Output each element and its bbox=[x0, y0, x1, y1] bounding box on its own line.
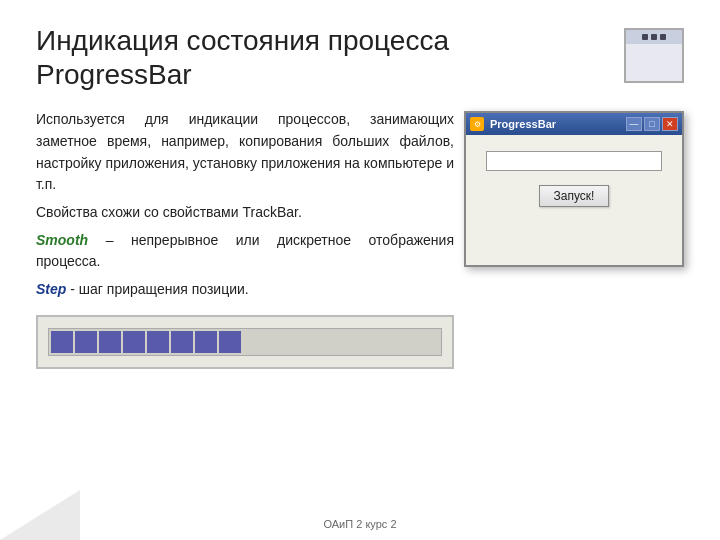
slide-header: Индикация состояния процесса ProgressBar bbox=[36, 24, 684, 91]
title-block: Индикация состояния процесса ProgressBar bbox=[36, 24, 614, 91]
footer: ОАиП 2 курс 2 bbox=[0, 518, 720, 530]
app-close-button[interactable]: ✕ bbox=[662, 117, 678, 131]
title-line2: ProgressBar bbox=[36, 58, 614, 92]
icon-dot-1 bbox=[642, 34, 648, 40]
progress-seg-5 bbox=[147, 331, 169, 353]
smooth-desc: – непрерывное или дискретное отображения… bbox=[36, 232, 454, 270]
app-launch-button[interactable]: Запуск! bbox=[539, 185, 610, 207]
progress-seg-1 bbox=[51, 331, 73, 353]
progress-seg-3 bbox=[99, 331, 121, 353]
progressbar-fill bbox=[49, 329, 243, 355]
icon-dot-2 bbox=[651, 34, 657, 40]
title-line1: Индикация состояния процесса bbox=[36, 24, 614, 58]
app-progress-bar bbox=[486, 151, 662, 171]
main-content: Используется для индикации процессов, за… bbox=[36, 109, 684, 369]
progress-seg-6 bbox=[171, 331, 193, 353]
icon-dot-3 bbox=[660, 34, 666, 40]
icon-window-titlebar bbox=[626, 30, 682, 44]
corner-fold-decoration bbox=[0, 490, 80, 540]
description-smooth: Smooth – непрерывное или дискретное отоб… bbox=[36, 230, 454, 273]
app-icon: ⚙ bbox=[470, 117, 484, 131]
progress-seg-4 bbox=[123, 331, 145, 353]
app-titlebar-buttons: — □ ✕ bbox=[626, 117, 678, 131]
app-body: Запуск! bbox=[466, 135, 682, 265]
footer-text: ОАиП 2 курс 2 bbox=[323, 518, 396, 530]
app-minimize-button[interactable]: — bbox=[626, 117, 642, 131]
app-restore-button[interactable]: □ bbox=[644, 117, 660, 131]
progress-seg-8 bbox=[219, 331, 241, 353]
description-para1: Используется для индикации процессов, за… bbox=[36, 109, 454, 196]
description-step: Step - шаг приращения позиции. bbox=[36, 279, 454, 301]
step-desc: - шаг приращения позиции. bbox=[66, 281, 248, 297]
progressbar-demo bbox=[36, 315, 454, 369]
window-icon bbox=[624, 28, 684, 83]
icon-window-body bbox=[626, 44, 682, 81]
app-titlebar: ⚙ ProgressBar — □ ✕ bbox=[466, 113, 682, 135]
smooth-label: Smooth bbox=[36, 232, 88, 248]
progress-seg-2 bbox=[75, 331, 97, 353]
app-screenshot: ⚙ ProgressBar — □ ✕ Запуск! bbox=[464, 111, 684, 267]
description-para2: Свойства схожи со свойствами TrackBar. bbox=[36, 202, 454, 224]
progressbar-track bbox=[48, 328, 442, 356]
left-content: Используется для индикации процессов, за… bbox=[36, 109, 454, 369]
app-title: ProgressBar bbox=[490, 118, 623, 130]
progress-seg-7 bbox=[195, 331, 217, 353]
step-label: Step bbox=[36, 281, 66, 297]
